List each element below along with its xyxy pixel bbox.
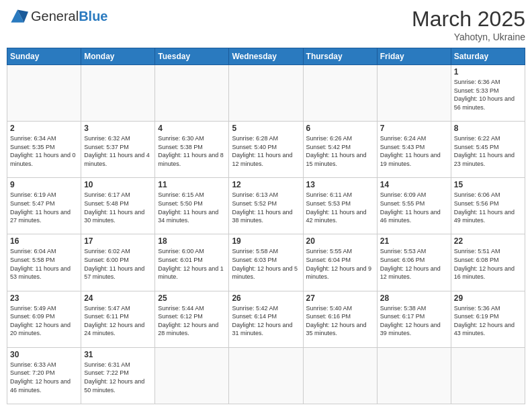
day-number: 21	[380, 236, 448, 246]
logo: GeneralBlue	[7, 7, 108, 26]
calendar-cell-w2-d6: 7Sunrise: 6:24 AM Sunset: 5:43 PM Daylig…	[377, 122, 451, 178]
day-number: 11	[158, 180, 226, 189]
calendar-cell-w6-d6	[377, 347, 451, 404]
calendar-cell-w2-d1: 2Sunrise: 6:34 AM Sunset: 5:35 PM Daylig…	[7, 122, 81, 178]
calendar-cell-w2-d3: 4Sunrise: 6:30 AM Sunset: 5:38 PM Daylig…	[155, 122, 229, 178]
calendar-cell-w1-d2	[81, 65, 155, 122]
day-info: Sunrise: 5:51 AM Sunset: 6:08 PM Dayligh…	[454, 247, 522, 281]
header: GeneralBlue March 2025 Yahotyn, Ukraine	[7, 7, 525, 42]
calendar-cell-w6-d1: 30Sunrise: 6:33 AM Sunset: 7:20 PM Dayli…	[7, 347, 81, 404]
calendar-cell-w4-d4: 19Sunrise: 5:58 AM Sunset: 6:03 PM Dayli…	[229, 234, 303, 291]
day-info: Sunrise: 5:44 AM Sunset: 6:12 PM Dayligh…	[158, 304, 226, 338]
day-info: Sunrise: 6:09 AM Sunset: 5:55 PM Dayligh…	[380, 191, 448, 224]
header-monday: Monday	[81, 48, 155, 65]
title-block: March 2025 Yahotyn, Ukraine	[412, 7, 525, 42]
day-info: Sunrise: 6:06 AM Sunset: 5:56 PM Dayligh…	[454, 191, 522, 224]
day-info: Sunrise: 5:42 AM Sunset: 6:14 PM Dayligh…	[232, 304, 300, 338]
day-number: 8	[454, 124, 522, 133]
day-info: Sunrise: 6:15 AM Sunset: 5:50 PM Dayligh…	[158, 191, 226, 224]
day-number: 1	[454, 67, 522, 77]
day-number: 4	[158, 124, 226, 133]
calendar-cell-w3-d5: 13Sunrise: 6:11 AM Sunset: 5:53 PM Dayli…	[303, 178, 377, 234]
day-number: 7	[380, 124, 448, 133]
calendar-table: Sunday Monday Tuesday Wednesday Thursday…	[7, 48, 525, 404]
day-number: 14	[380, 180, 448, 189]
day-number: 13	[306, 180, 374, 189]
calendar-cell-w2-d5: 6Sunrise: 6:26 AM Sunset: 5:42 PM Daylig…	[303, 122, 377, 178]
day-info: Sunrise: 6:36 AM Sunset: 5:33 PM Dayligh…	[454, 78, 522, 111]
calendar-cell-w2-d2: 3Sunrise: 6:32 AM Sunset: 5:37 PM Daylig…	[81, 122, 155, 178]
day-number: 27	[306, 293, 374, 303]
day-info: Sunrise: 6:24 AM Sunset: 5:43 PM Dayligh…	[380, 134, 448, 168]
day-number: 16	[10, 236, 78, 246]
day-number: 18	[158, 236, 226, 246]
calendar-cell-w4-d3: 18Sunrise: 6:00 AM Sunset: 6:01 PM Dayli…	[155, 234, 229, 291]
generalblue-logo-icon	[7, 7, 28, 26]
calendar-cell-w3-d4: 12Sunrise: 6:13 AM Sunset: 5:52 PM Dayli…	[229, 178, 303, 234]
calendar-cell-w3-d1: 9Sunrise: 6:19 AM Sunset: 5:47 PM Daylig…	[7, 178, 81, 234]
day-number: 5	[232, 124, 300, 133]
day-number: 9	[10, 180, 78, 189]
calendar-header-row: Sunday Monday Tuesday Wednesday Thursday…	[7, 48, 525, 65]
day-number: 12	[232, 180, 300, 189]
calendar-cell-w5-d2: 24Sunrise: 5:47 AM Sunset: 6:11 PM Dayli…	[81, 291, 155, 347]
calendar-cell-w3-d7: 15Sunrise: 6:06 AM Sunset: 5:56 PM Dayli…	[451, 178, 525, 234]
calendar-cell-w3-d6: 14Sunrise: 6:09 AM Sunset: 5:55 PM Dayli…	[377, 178, 451, 234]
calendar-cell-w3-d2: 10Sunrise: 6:17 AM Sunset: 5:48 PM Dayli…	[81, 178, 155, 234]
calendar-cell-w6-d4	[229, 347, 303, 404]
day-info: Sunrise: 6:34 AM Sunset: 5:35 PM Dayligh…	[10, 134, 78, 168]
day-info: Sunrise: 6:33 AM Sunset: 7:20 PM Dayligh…	[10, 361, 78, 394]
day-number: 25	[158, 293, 226, 303]
calendar-cell-w5-d6: 28Sunrise: 5:38 AM Sunset: 6:17 PM Dayli…	[377, 291, 451, 347]
day-number: 6	[306, 124, 374, 133]
day-number: 23	[10, 293, 78, 303]
header-sunday: Sunday	[7, 48, 81, 65]
calendar-cell-w1-d5	[303, 65, 377, 122]
day-info: Sunrise: 6:31 AM Sunset: 7:22 PM Dayligh…	[84, 361, 152, 394]
day-info: Sunrise: 6:28 AM Sunset: 5:40 PM Dayligh…	[232, 134, 300, 168]
day-number: 28	[380, 293, 448, 303]
day-number: 29	[454, 293, 522, 303]
day-number: 31	[84, 350, 152, 359]
header-tuesday: Tuesday	[155, 48, 229, 65]
day-number: 19	[232, 236, 300, 246]
calendar-cell-w6-d5	[303, 347, 377, 404]
location: Yahotyn, Ukraine	[412, 32, 525, 42]
day-info: Sunrise: 5:49 AM Sunset: 6:09 PM Dayligh…	[10, 304, 78, 338]
calendar-cell-w4-d5: 20Sunrise: 5:55 AM Sunset: 6:04 PM Dayli…	[303, 234, 377, 291]
calendar-cell-w6-d3	[155, 347, 229, 404]
day-number: 3	[84, 124, 152, 133]
calendar-cell-w2-d7: 8Sunrise: 6:22 AM Sunset: 5:45 PM Daylig…	[451, 122, 525, 178]
day-info: Sunrise: 6:26 AM Sunset: 5:42 PM Dayligh…	[306, 134, 374, 168]
calendar-cell-w5-d3: 25Sunrise: 5:44 AM Sunset: 6:12 PM Dayli…	[155, 291, 229, 347]
day-number: 15	[454, 180, 522, 189]
calendar-week-2: 2Sunrise: 6:34 AM Sunset: 5:35 PM Daylig…	[7, 122, 525, 178]
day-info: Sunrise: 6:30 AM Sunset: 5:38 PM Dayligh…	[158, 134, 226, 168]
calendar-week-6: 30Sunrise: 6:33 AM Sunset: 7:20 PM Dayli…	[7, 347, 525, 404]
logo-blue-text: Blue	[79, 9, 107, 24]
day-number: 20	[306, 236, 374, 246]
day-info: Sunrise: 6:11 AM Sunset: 5:53 PM Dayligh…	[306, 191, 374, 224]
day-number: 26	[232, 293, 300, 303]
day-info: Sunrise: 5:47 AM Sunset: 6:11 PM Dayligh…	[84, 304, 152, 338]
day-number: 10	[84, 180, 152, 189]
calendar-cell-w4-d7: 22Sunrise: 5:51 AM Sunset: 6:08 PM Dayli…	[451, 234, 525, 291]
day-info: Sunrise: 6:32 AM Sunset: 5:37 PM Dayligh…	[84, 134, 152, 168]
day-info: Sunrise: 6:13 AM Sunset: 5:52 PM Dayligh…	[232, 191, 300, 224]
calendar-cell-w5-d7: 29Sunrise: 5:36 AM Sunset: 6:19 PM Dayli…	[451, 291, 525, 347]
calendar-cell-w1-d1	[7, 65, 81, 122]
calendar-cell-w1-d7: 1Sunrise: 6:36 AM Sunset: 5:33 PM Daylig…	[451, 65, 525, 122]
calendar-week-1: 1Sunrise: 6:36 AM Sunset: 5:33 PM Daylig…	[7, 65, 525, 122]
day-number: 30	[10, 350, 78, 359]
day-info: Sunrise: 5:53 AM Sunset: 6:06 PM Dayligh…	[380, 247, 448, 281]
calendar-cell-w1-d3	[155, 65, 229, 122]
calendar-week-5: 23Sunrise: 5:49 AM Sunset: 6:09 PM Dayli…	[7, 291, 525, 347]
day-info: Sunrise: 6:22 AM Sunset: 5:45 PM Dayligh…	[454, 134, 522, 168]
calendar-cell-w4-d2: 17Sunrise: 6:02 AM Sunset: 6:00 PM Dayli…	[81, 234, 155, 291]
day-info: Sunrise: 6:19 AM Sunset: 5:47 PM Dayligh…	[10, 191, 78, 224]
calendar-cell-w6-d7	[451, 347, 525, 404]
day-info: Sunrise: 5:55 AM Sunset: 6:04 PM Dayligh…	[306, 247, 374, 281]
calendar-cell-w1-d6	[377, 65, 451, 122]
calendar-week-4: 16Sunrise: 6:04 AM Sunset: 5:58 PM Dayli…	[7, 234, 525, 291]
header-friday: Friday	[377, 48, 451, 65]
